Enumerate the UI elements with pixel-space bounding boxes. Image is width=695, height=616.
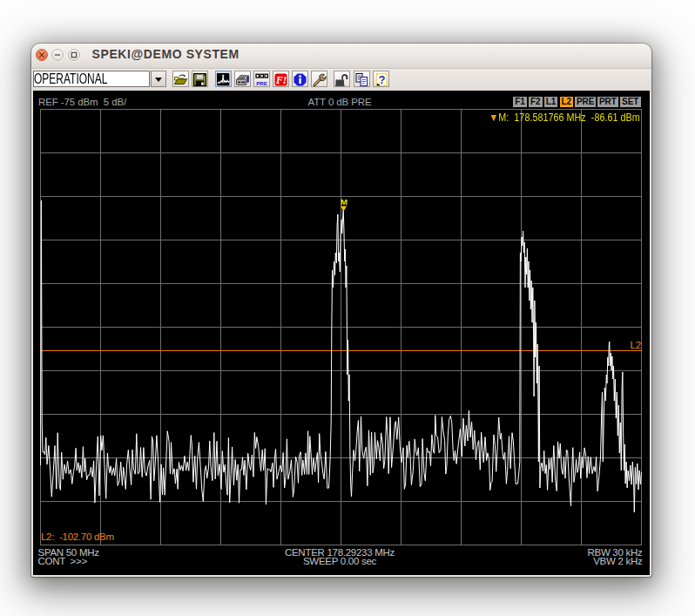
svg-text:PRE: PRE <box>256 79 267 85</box>
svg-text:?: ? <box>378 73 385 85</box>
svg-text:!: ! <box>283 74 287 86</box>
svg-text:M: M <box>341 197 348 206</box>
